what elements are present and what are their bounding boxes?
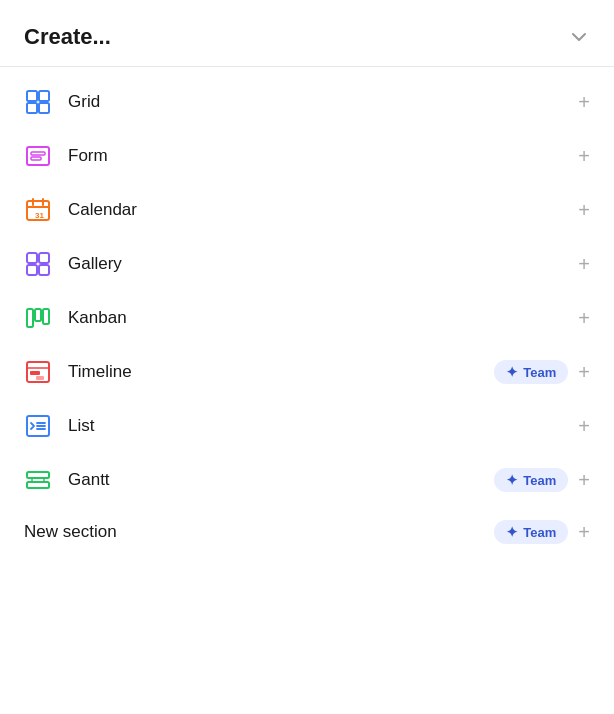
timeline-icon: [24, 358, 52, 386]
gallery-icon: [24, 250, 52, 278]
menu-item-calendar[interactable]: 31 Calendar +: [0, 183, 614, 237]
menu-item-kanban[interactable]: Kanban +: [0, 291, 614, 345]
calendar-label: Calendar: [68, 200, 137, 220]
gantt-label: Gantt: [68, 470, 110, 490]
svg-rect-16: [27, 309, 33, 327]
chevron-down-icon[interactable]: [568, 26, 590, 48]
timeline-badge-star-icon: ✦: [506, 364, 518, 380]
svg-text:31: 31: [35, 211, 44, 220]
timeline-team-badge: ✦ Team: [494, 360, 568, 384]
gantt-badge-label: Team: [523, 473, 556, 488]
gantt-team-badge: ✦ Team: [494, 468, 568, 492]
calendar-add-icon[interactable]: +: [578, 200, 590, 220]
timeline-badge-label: Team: [523, 365, 556, 380]
gallery-add-icon[interactable]: +: [578, 254, 590, 274]
svg-rect-1: [39, 91, 49, 101]
menu-item-form[interactable]: Form +: [0, 129, 614, 183]
svg-rect-14: [27, 265, 37, 275]
new-section-badge-star-icon: ✦: [506, 524, 518, 540]
kanban-icon: [24, 304, 52, 332]
svg-rect-22: [36, 376, 44, 380]
calendar-icon: 31: [24, 196, 52, 224]
new-section-badge-label: Team: [523, 525, 556, 540]
panel-header[interactable]: Create...: [0, 16, 614, 67]
gantt-add-icon[interactable]: +: [578, 470, 590, 490]
kanban-label: Kanban: [68, 308, 127, 328]
form-add-icon[interactable]: +: [578, 146, 590, 166]
create-panel: Create... Grid +: [0, 0, 614, 589]
list-label: List: [68, 416, 94, 436]
menu-item-list[interactable]: List +: [0, 399, 614, 453]
svg-rect-5: [31, 152, 45, 155]
form-label: Form: [68, 146, 108, 166]
kanban-add-icon[interactable]: +: [578, 308, 590, 328]
svg-rect-15: [39, 265, 49, 275]
svg-rect-18: [43, 309, 49, 324]
panel-title: Create...: [24, 24, 111, 50]
menu-item-timeline[interactable]: Timeline ✦ Team +: [0, 345, 614, 399]
svg-rect-6: [31, 157, 41, 160]
new-section-add-icon[interactable]: +: [578, 522, 590, 542]
menu-item-gantt[interactable]: Gantt ✦ Team +: [0, 453, 614, 507]
menu-item-new-section[interactable]: New section ✦ Team +: [0, 507, 614, 557]
list-icon: [24, 412, 52, 440]
gallery-label: Gallery: [68, 254, 122, 274]
menu-item-grid[interactable]: Grid +: [0, 75, 614, 129]
list-add-icon[interactable]: +: [578, 416, 590, 436]
svg-rect-4: [27, 147, 49, 165]
menu-item-gallery[interactable]: Gallery +: [0, 237, 614, 291]
timeline-label: Timeline: [68, 362, 132, 382]
grid-icon: [24, 88, 52, 116]
gantt-badge-star-icon: ✦: [506, 472, 518, 488]
new-section-label: New section: [24, 522, 117, 542]
timeline-add-icon[interactable]: +: [578, 362, 590, 382]
svg-rect-12: [27, 253, 37, 263]
svg-rect-28: [27, 482, 49, 488]
svg-rect-17: [35, 309, 41, 321]
gantt-icon: [24, 466, 52, 494]
svg-rect-21: [30, 371, 40, 375]
svg-rect-27: [27, 472, 49, 478]
grid-label: Grid: [68, 92, 100, 112]
grid-add-icon[interactable]: +: [578, 92, 590, 112]
svg-rect-3: [39, 103, 49, 113]
new-section-team-badge: ✦ Team: [494, 520, 568, 544]
form-icon: [24, 142, 52, 170]
svg-rect-13: [39, 253, 49, 263]
menu-list: Grid + Form +: [0, 67, 614, 565]
svg-rect-2: [27, 103, 37, 113]
svg-rect-0: [27, 91, 37, 101]
